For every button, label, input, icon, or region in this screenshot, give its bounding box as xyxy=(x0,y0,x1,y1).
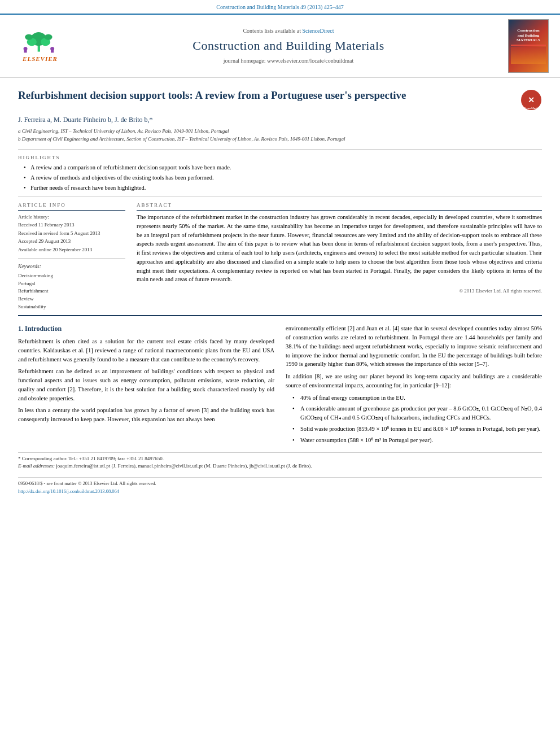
elsevier-logo: ELSEVIER xyxy=(9,28,71,63)
svg-text:CrossMark: CrossMark xyxy=(524,107,539,110)
bullet-item-2: A considerable amount of greenhouse gas … xyxy=(292,404,542,422)
affiliations: a Civil Engineering, IST – Technical Uni… xyxy=(18,128,542,143)
intro-cols: 1. Introduction Refurbishment is often c… xyxy=(18,324,542,448)
abstract-text: The importance of the refurbishment mark… xyxy=(137,213,542,284)
keywords-label: Keywords: xyxy=(18,263,125,270)
history-label: Article history: xyxy=(18,213,125,221)
intro-section: 1. Introduction Refurbishment is often c… xyxy=(18,324,542,448)
crossmark-badge[interactable]: ✕ CrossMark xyxy=(520,89,542,111)
science-direct-anchor[interactable]: ScienceDirect xyxy=(302,28,334,34)
elsevier-tree-icon xyxy=(15,28,65,54)
intro-para-2: Refurbishment can be defined as an impro… xyxy=(18,367,274,403)
cover-box-title: Constructionand BuildingMATERIALS xyxy=(517,28,540,42)
available-date: Available online 20 September 2013 xyxy=(18,246,125,254)
abstract-label: ABSTRACT xyxy=(137,202,542,211)
intro-heading: 1. Introduction xyxy=(18,324,274,334)
homepage-url: www.elsevier.com/locate/conbuildmat xyxy=(267,58,353,64)
authors-text: J. Ferreira a, M. Duarte Pinheiro b, J. … xyxy=(18,116,153,124)
highlights-list: A review and a comparison of refurbishme… xyxy=(18,164,542,192)
abstract-col: ABSTRACT The importance of the refurbish… xyxy=(137,202,542,311)
revised-date: Received in revised form 5 August 2013 xyxy=(18,229,125,237)
journal-title-center: Contents lists available at ScienceDirec… xyxy=(71,27,506,65)
intro-para-1: Refurbishment is often cited as a soluti… xyxy=(18,337,274,364)
keywords-section: Keywords: Decision-making Portugal Refur… xyxy=(18,263,125,310)
svg-point-5 xyxy=(45,34,53,40)
bullet-item-3: Solid waste production (859.49 × 10⁶ ton… xyxy=(292,425,542,434)
journal-ref-text: Construction and Building Materials 49 (… xyxy=(216,4,344,10)
intro-para-4: environmentally efficient [2] and Juan e… xyxy=(286,324,542,369)
received-date: Received 11 February 2013 xyxy=(18,221,125,229)
article-title-row: Refurbishment decision support tools: A … xyxy=(18,88,542,111)
intro-col-left: 1. Introduction Refurbishment is often c… xyxy=(18,324,274,448)
bullet-item-4: Water consumption (588 × 10⁶ m³ in Portu… xyxy=(292,436,542,445)
divider-2 xyxy=(18,196,542,197)
keyword-3: Refurbishment xyxy=(18,287,125,295)
elsevier-wordmark: ELSEVIER xyxy=(23,55,58,63)
intro-para-5: In addition [8], we are using our planet… xyxy=(286,372,542,390)
intro-col-right: environmentally efficient [2] and Juan e… xyxy=(286,324,542,448)
highlights-label: HIGHLIGHTS xyxy=(18,154,542,161)
bullet-item-1: 40% of final energy consumption in the E… xyxy=(292,394,542,403)
info-abstract-cols: ARTICLE INFO Article history: Received 1… xyxy=(18,202,542,311)
page: Construction and Building Materials 49 (… xyxy=(0,0,560,747)
footnote-section: * Corresponding author. Tel.: +351 21 84… xyxy=(18,452,542,469)
intro-para-3: In less than a century the world populat… xyxy=(18,406,274,424)
footer-issn: 0950-0618/$ - see front matter © 2013 El… xyxy=(18,480,542,487)
intro-bullet-list: 40% of final energy consumption in the E… xyxy=(286,394,542,445)
authors: J. Ferreira a, M. Duarte Pinheiro b, J. … xyxy=(18,115,542,125)
article-history: Article history: Received 11 February 20… xyxy=(18,213,125,254)
article-info-label: ARTICLE INFO xyxy=(18,202,125,211)
article-info-col: ARTICLE INFO Article history: Received 1… xyxy=(18,202,125,311)
page-footer: 0950-0618/$ - see front matter © 2013 El… xyxy=(18,477,542,495)
science-direct-link: Contents lists available at ScienceDirec… xyxy=(77,27,500,35)
highlight-item-2: A review of methods and objectives of th… xyxy=(24,174,542,182)
keyword-4: Review xyxy=(18,295,125,303)
email-addresses: E-mail addresses: joaquim.ferreira@ist.u… xyxy=(18,462,542,470)
svg-rect-9 xyxy=(51,50,54,53)
divider-1 xyxy=(18,149,542,150)
highlight-item-3: Further needs of research have been high… xyxy=(24,184,542,193)
main-content: Refurbishment decision support tools: A … xyxy=(0,78,560,505)
highlight-item-1: A review and a comparison of refurbishme… xyxy=(24,164,542,172)
doi-link[interactable]: http://dx.doi.org/10.1016/j.conbuildmat.… xyxy=(18,488,119,494)
journal-homepage: journal homepage: www.elsevier.com/locat… xyxy=(77,57,500,65)
footer-doi[interactable]: http://dx.doi.org/10.1016/j.conbuildmat.… xyxy=(18,488,542,495)
journal-main-title: Construction and Building Materials xyxy=(77,37,500,55)
divider-body xyxy=(18,315,542,316)
keyword-2: Portugal xyxy=(18,280,125,287)
journal-ref-bar: Construction and Building Materials 49 (… xyxy=(0,0,560,14)
keyword-5: Sustainability xyxy=(18,303,125,311)
accepted-date: Accepted 29 August 2013 xyxy=(18,237,125,245)
email-values: joaquim.ferreira@ist.utl.pt (J. Ferreira… xyxy=(56,463,312,469)
divider-info xyxy=(18,258,125,259)
corresponding-author: * Corresponding author. Tel.: +351 21 84… xyxy=(18,455,542,462)
cover-box: Constructionand BuildingMATERIALS xyxy=(508,19,549,73)
keyword-1: Decision-making xyxy=(18,272,125,279)
svg-rect-7 xyxy=(24,50,27,53)
affiliation-b: b Department of Civil Engineering and Ar… xyxy=(18,136,542,143)
keywords-list: Decision-making Portugal Refurbishment R… xyxy=(18,272,125,310)
email-label: E-mail addresses: xyxy=(18,463,55,469)
svg-text:✕: ✕ xyxy=(528,96,535,104)
article-title-text: Refurbishment decision support tools: A … xyxy=(18,88,515,103)
svg-point-4 xyxy=(25,34,33,40)
affiliation-a: a Civil Engineering, IST – Technical Uni… xyxy=(18,128,542,136)
journal-cover-image: Constructionand BuildingMATERIALS xyxy=(506,19,551,73)
copyright-line: © 2013 Elsevier Ltd. All rights reserved… xyxy=(137,287,542,295)
journal-header: ELSEVIER Contents lists available at Sci… xyxy=(0,14,560,78)
